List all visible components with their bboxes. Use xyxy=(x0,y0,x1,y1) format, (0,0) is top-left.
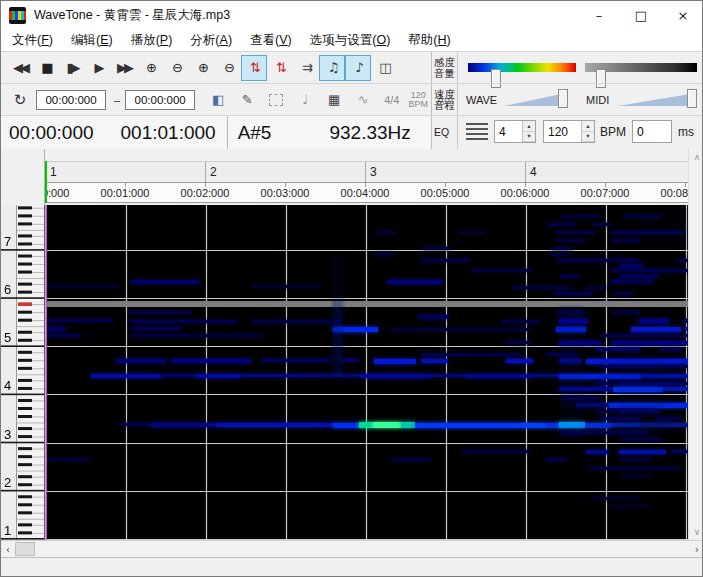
time-label: 00:04:000 xyxy=(341,187,390,199)
wave-icon: ∿ xyxy=(358,92,369,107)
sensitivity-volume-label: 感度音量 xyxy=(431,52,458,83)
horizontal-scrollbar[interactable]: ‹ › xyxy=(1,540,703,557)
rewind-button[interactable]: ◀◀ xyxy=(7,55,33,81)
beats-spinner[interactable]: 4 ▲ ▼ xyxy=(494,120,536,143)
zoom-in-horizontal-button[interactable]: ⊕ xyxy=(137,55,163,81)
tempo-label: 120BPM xyxy=(404,91,432,109)
horizontal-scroll-thumb[interactable] xyxy=(15,542,35,556)
book-icon: ◫ xyxy=(379,60,388,75)
measure-line xyxy=(365,162,366,183)
minimize-button[interactable]: – xyxy=(578,1,620,29)
time-label: 00:01:000 xyxy=(101,187,150,199)
wave-sound-toggle[interactable]: ♫ xyxy=(319,55,345,81)
octave-number: 7 xyxy=(4,234,16,249)
play-button[interactable]: ▶ xyxy=(85,55,111,81)
time-ruler[interactable]: 00:00:00000:01:00000:02:00000:03:00000:0… xyxy=(45,183,688,203)
stop-icon: ■ xyxy=(41,60,50,75)
beats-down-button[interactable]: ▼ xyxy=(523,132,535,143)
expand-rows-button[interactable]: ⇅ xyxy=(267,55,293,81)
zoom-out-horizontal-button[interactable]: ⊖ xyxy=(163,55,189,81)
scroll-left-button[interactable]: ‹ xyxy=(1,541,15,557)
menu-analyze[interactable]: 分析(A) xyxy=(181,30,241,51)
wave-volume-slider[interactable] xyxy=(504,93,566,106)
sensitivity-slider[interactable] xyxy=(468,63,576,72)
playback-start-marker[interactable] xyxy=(45,161,47,203)
collapse-rows-icon: ⇅ xyxy=(250,60,258,75)
bpm-down-button[interactable]: ▼ xyxy=(582,132,594,143)
rewind-icon: ◀◀ xyxy=(13,60,27,75)
scroll-right-button[interactable]: › xyxy=(690,541,703,557)
loop-end-input[interactable] xyxy=(125,90,195,110)
speed-pitch-label: 速度音程 xyxy=(431,84,458,115)
speaker-wave-icon: ♫ xyxy=(328,60,337,75)
sensitivity-volume-row: 感度音量 xyxy=(431,51,703,83)
spectrogram-canvas[interactable] xyxy=(47,205,688,540)
octave-number: 6 xyxy=(4,282,16,297)
beats-up-button[interactable]: ▲ xyxy=(523,121,535,132)
maximize-button[interactable]: □ xyxy=(620,1,662,29)
time-label: 00:00:000 xyxy=(45,187,69,199)
menu-file[interactable]: 文件(F) xyxy=(3,30,62,51)
info-bar: 00:00:000 001:01:000 A#5 932.33Hz xyxy=(1,115,431,149)
measure-ruler[interactable]: 1234 xyxy=(45,161,688,183)
step-play-button[interactable]: ▮▶ xyxy=(59,55,85,81)
close-button[interactable]: × xyxy=(662,1,703,29)
measure-number: 2 xyxy=(210,165,217,179)
zoom-in-vertical-icon: ⊕ xyxy=(198,60,206,75)
midi-volume-thumb[interactable] xyxy=(687,89,697,108)
split-pane-icon: ◧ xyxy=(212,92,224,107)
fast-forward-button[interactable]: ▶▶ xyxy=(111,55,137,81)
measure-number: 1 xyxy=(50,165,57,179)
octave-number: 1 xyxy=(4,523,16,538)
pencil-icon: ✎ xyxy=(242,92,253,107)
menu-options[interactable]: 选项与设置(O) xyxy=(301,30,400,51)
selection-box-icon xyxy=(269,94,283,106)
scroll-up-button[interactable]: ∧ xyxy=(689,149,703,165)
ms-label: ms xyxy=(678,125,694,139)
offset-ms-input[interactable] xyxy=(632,120,672,143)
note-input-button[interactable]: ♩ xyxy=(292,87,318,113)
help-book-button[interactable]: ◫ xyxy=(371,55,397,81)
midi-sound-toggle[interactable]: ♪ xyxy=(345,55,371,81)
zoom-in-vertical-button[interactable]: ⊕ xyxy=(189,55,215,81)
scroll-down-button[interactable]: ∨ xyxy=(689,524,703,540)
note-name-display: A#5 xyxy=(238,122,272,144)
menu-play[interactable]: 播放(P) xyxy=(122,30,182,51)
octave-number: 5 xyxy=(4,330,16,345)
midi-volume-slider[interactable] xyxy=(618,93,696,106)
pencil-tool-button[interactable]: ✎ xyxy=(234,87,260,113)
split-view-button[interactable]: ◧ xyxy=(205,87,231,113)
fast-forward-icon: ▶▶ xyxy=(117,60,131,75)
stop-button[interactable]: ■ xyxy=(33,55,59,81)
timeline-ruler[interactable]: 1234 00:00:00000:01:00000:02:00000:03:00… xyxy=(1,149,703,205)
vertical-scrollbar[interactable]: ∧ ∨ xyxy=(688,149,703,540)
grid-toggle-button[interactable]: ▦ xyxy=(321,87,347,113)
measure-line xyxy=(205,162,206,183)
staff-icon[interactable] xyxy=(466,123,488,140)
loop-start-input[interactable] xyxy=(36,90,106,110)
bpm-spinner[interactable]: 120 ▲ ▼ xyxy=(543,120,595,143)
bpm-up-button[interactable]: ▲ xyxy=(582,121,594,132)
zoom-in-icon: ⊕ xyxy=(146,60,154,75)
loop-toggle-button[interactable]: ↻ xyxy=(7,87,33,113)
volume-slider[interactable] xyxy=(585,63,697,72)
wave-overlay-button[interactable]: ∿ xyxy=(350,87,376,113)
divider xyxy=(227,116,228,150)
menu-view[interactable]: 查看(V) xyxy=(241,30,301,51)
step-play-icon: ▮▶ xyxy=(66,60,77,75)
frequency-display: 932.33Hz xyxy=(329,122,410,144)
title-bar: WaveTone - 黄霄雲 - 星辰大海.mp3 – □ × xyxy=(1,1,703,29)
octave-number: 4 xyxy=(4,378,16,393)
selection-tool-button[interactable] xyxy=(263,87,289,113)
current-time-display: 00:00:000 xyxy=(9,122,94,144)
menu-edit[interactable]: 编辑(E) xyxy=(62,30,122,51)
wave-volume-thumb[interactable] xyxy=(558,89,568,108)
status-bar xyxy=(1,557,703,577)
menu-help[interactable]: 帮助(H) xyxy=(399,30,459,51)
grid-icon: ▦ xyxy=(328,92,340,107)
double-right-arrow-icon: ⇉ xyxy=(302,60,310,75)
collapse-rows-toggle[interactable]: ⇅ xyxy=(241,55,267,81)
zoom-out-vertical-button[interactable]: ⊖ xyxy=(215,55,241,81)
shift-right-button[interactable]: ⇉ xyxy=(293,55,319,81)
measure-number: 3 xyxy=(370,165,377,179)
